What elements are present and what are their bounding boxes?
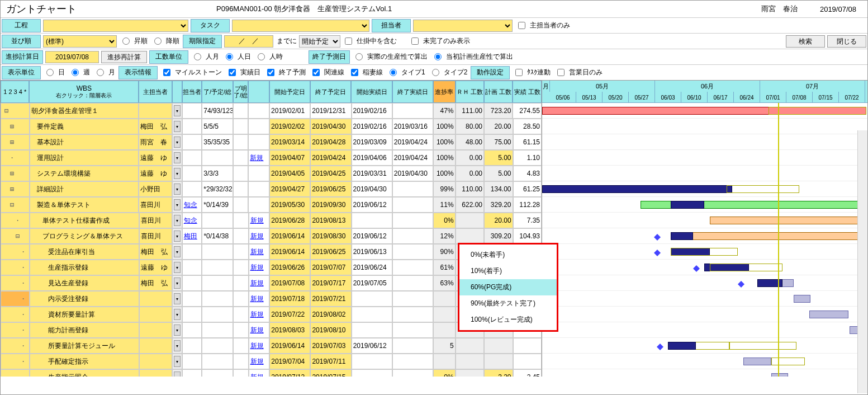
owner-dropdown-icon[interactable]: ▾ xyxy=(174,168,181,179)
tree-expand-icon[interactable]: ⊟ xyxy=(10,201,14,209)
start-plan-cell[interactable]: 2019/06/14 xyxy=(269,228,310,244)
wbs-cell[interactable]: 手配確定指示 xyxy=(30,354,139,369)
milestone-diamond-icon[interactable] xyxy=(693,262,700,269)
close-button[interactable]: 閉じる xyxy=(827,35,866,48)
gantt-row[interactable] xyxy=(542,275,867,291)
progress-cell[interactable] xyxy=(433,291,456,307)
progress-date-input[interactable] xyxy=(45,51,99,63)
new-link[interactable]: 新規 xyxy=(249,322,270,338)
gantt-row[interactable] xyxy=(542,307,867,322)
wbs-cell[interactable]: 基本設計 xyxy=(30,134,139,150)
owner-dropdown-icon[interactable]: ▾ xyxy=(174,184,181,195)
gantt-bar[interactable] xyxy=(809,311,848,318)
progress-cell[interactable]: 61% xyxy=(433,260,456,275)
progress-cell[interactable]: 63% xyxy=(433,275,456,291)
end-act-cell[interactable] xyxy=(392,228,433,244)
assignee-select[interactable] xyxy=(413,20,513,32)
start-plan-cell[interactable]: 2019/06/14 xyxy=(269,244,310,260)
owner-dropdown-icon[interactable]: ▾ xyxy=(174,152,181,163)
end-act-cell[interactable]: 2019/04/24 xyxy=(392,134,433,150)
gantt-body[interactable] xyxy=(542,103,867,377)
start-plan-cell[interactable]: 2019/02/02 xyxy=(269,119,310,134)
table-row[interactable]: ⊟朝夕洋食器生産管理１▾74/93/1232019/02/012019/12/3… xyxy=(1,103,542,119)
new-link[interactable]: 新規 xyxy=(249,275,270,291)
tree-expand-icon[interactable]: · xyxy=(21,279,25,287)
owner-dropdown-icon[interactable]: ▾ xyxy=(174,246,181,257)
owner-dropdown-icon[interactable]: ▾ xyxy=(174,137,181,148)
table-row[interactable]: · 生産指示照会▾新規2019/07/122019/07/150%3.202.4… xyxy=(1,369,542,377)
owner-dropdown-icon[interactable]: ▾ xyxy=(174,105,181,116)
gantt-bar[interactable] xyxy=(794,295,810,303)
tree-expand-icon[interactable]: · xyxy=(21,358,25,365)
end-act-cell[interactable] xyxy=(392,244,433,260)
context-menu-item[interactable]: 60%(PG完成) xyxy=(459,279,557,295)
end-act-cell[interactable]: 2019/04/24 xyxy=(392,150,433,166)
wbs-cell[interactable]: 所要量計算モジュール xyxy=(30,338,139,354)
new-link[interactable]: 新規 xyxy=(248,150,269,166)
progress-cell[interactable] xyxy=(433,307,456,322)
predict-checkbox[interactable] xyxy=(267,69,274,76)
start-act-cell[interactable]: 2019/03/09 xyxy=(352,134,392,150)
gantt-bar[interactable] xyxy=(542,185,732,193)
owner-dropdown-icon[interactable]: ▾ xyxy=(174,293,181,304)
start-act-cell[interactable] xyxy=(352,369,392,377)
owner-dropdown-icon[interactable]: ▾ xyxy=(174,340,181,351)
start-act-cell[interactable]: 2019/02/16 xyxy=(352,103,392,119)
start-plan-cell[interactable]: 2019/06/26 xyxy=(269,260,310,275)
incomplete-checkbox[interactable] xyxy=(411,37,419,45)
start-plan-cell[interactable]: 2019/04/27 xyxy=(269,181,310,197)
start-act-cell[interactable]: 2019/02/16 xyxy=(352,119,392,134)
gantt-row[interactable] xyxy=(542,166,867,181)
end-act-cell[interactable] xyxy=(392,260,433,275)
start-plan-cell[interactable]: 2019/07/12 xyxy=(269,369,310,377)
desc-radio[interactable] xyxy=(154,37,162,45)
new-link[interactable]: 新規 xyxy=(249,338,270,354)
owner-dropdown-icon[interactable]: ▾ xyxy=(174,199,181,210)
biz-day-checkbox[interactable] xyxy=(557,69,565,76)
wbs-cell[interactable]: 製造＆単体テスト xyxy=(30,197,139,213)
mh-pd-radio[interactable] xyxy=(226,53,233,60)
mh-pm-radio[interactable] xyxy=(194,53,201,60)
context-menu-item[interactable]: 10%(着手) xyxy=(459,263,557,279)
owner-dropdown-icon[interactable]: ▾ xyxy=(174,262,181,273)
wbs-cell[interactable]: 内示受注登録 xyxy=(30,291,139,307)
tree-expand-icon[interactable]: ⊟ xyxy=(4,107,8,115)
table-row[interactable]: ⊟ プログラミング＆単体テス喜田川▾梅田*0/14/38新規2019/06/14… xyxy=(1,228,542,244)
progress-cell[interactable]: 47% xyxy=(433,103,456,119)
end-act-cell[interactable] xyxy=(392,291,433,307)
progress-cell[interactable]: 100% xyxy=(433,150,456,166)
end-plan-cell[interactable]: 2019/08/10 xyxy=(310,322,351,338)
end-act-cell[interactable] xyxy=(392,322,433,338)
gantt-chart[interactable]: 月05月06月07月05/0605/1305/2005/2706/0306/10… xyxy=(542,81,867,377)
asc-radio[interactable] xyxy=(122,37,130,45)
tree-expand-icon[interactable]: · xyxy=(21,248,25,256)
wbs-cell[interactable]: 要件定義 xyxy=(30,119,139,134)
end-plan-cell[interactable]: 2019/07/21 xyxy=(310,291,351,307)
gantt-bar[interactable] xyxy=(743,358,771,365)
new-link[interactable]: 新規 xyxy=(249,307,270,322)
owner-dropdown-icon[interactable]: ▾ xyxy=(174,121,181,132)
start-act-cell[interactable]: 2019/04/30 xyxy=(352,181,392,197)
col-plan-mh[interactable]: 計画 工数 xyxy=(484,81,513,103)
search-button[interactable]: 検索 xyxy=(786,35,825,48)
recalc-button[interactable]: 進捗再計算 xyxy=(101,51,147,63)
gantt-bar[interactable] xyxy=(671,232,693,240)
tree-expand-icon[interactable]: ⊞ xyxy=(10,138,14,146)
end-plan-cell[interactable]: 2019/04/25 xyxy=(310,166,351,181)
plan-prod-radio[interactable] xyxy=(434,53,442,60)
vertical-scrollbar[interactable] xyxy=(857,130,867,393)
milestone-diamond-icon[interactable] xyxy=(654,246,661,253)
milestone-diamond-icon[interactable] xyxy=(738,278,744,284)
gantt-row[interactable] xyxy=(542,322,867,338)
gantt-row[interactable] xyxy=(542,119,867,134)
gantt-bar[interactable] xyxy=(771,358,805,365)
new-link[interactable]: 新規 xyxy=(249,244,270,260)
table-row[interactable]: ⊟ 製造＆単体テスト喜田川▾知念*0/14/392019/05/302019/0… xyxy=(1,197,542,213)
progress-cell[interactable]: 90% xyxy=(433,244,456,260)
start-act-cell[interactable]: 2019/04/06 xyxy=(352,150,392,166)
col-complete[interactable]: 了/予定/総 xyxy=(202,81,233,103)
period-type-select[interactable]: 開始予定 xyxy=(299,35,340,48)
progress-cell[interactable]: 0% xyxy=(433,213,456,228)
col-index[interactable]: 1 2 3 4 * xyxy=(1,81,29,103)
progress-cell[interactable]: 100% xyxy=(433,119,456,134)
